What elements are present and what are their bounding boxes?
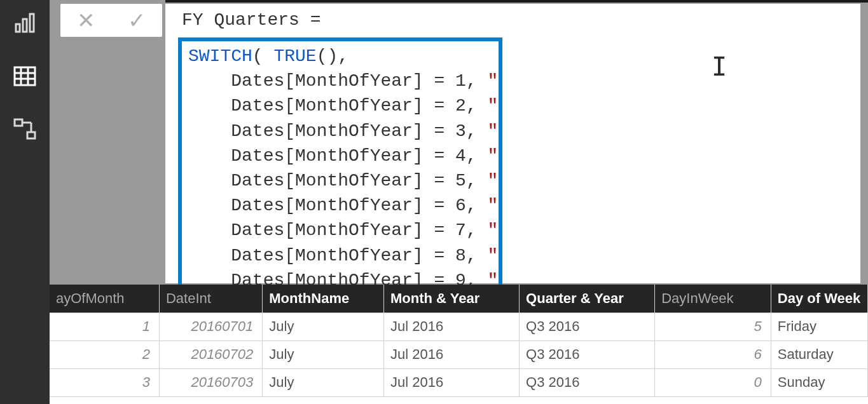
text-caret-icon: I xyxy=(712,52,727,81)
code-line: Dates[MonthOfYear] = 7, "Q1", xyxy=(188,218,492,243)
table-row[interactable]: 1 20160701 July Jul 2016 Q3 2016 5 Frida… xyxy=(50,313,868,340)
code-line: Dates[MonthOfYear] = 2, "Q3", xyxy=(188,93,492,118)
cell[interactable]: 0 xyxy=(655,368,771,396)
cell[interactable]: Friday xyxy=(771,313,867,340)
code-line: Dates[MonthOfYear] = 1, "Q3", xyxy=(188,69,492,93)
cell[interactable]: 1 xyxy=(50,313,159,340)
cell[interactable]: Jul 2016 xyxy=(384,340,520,368)
col-header[interactable]: Day of Week xyxy=(771,285,867,313)
svg-rect-9 xyxy=(27,132,35,138)
data-table[interactable]: ayOfMonth DateInt MonthName Month & Year… xyxy=(50,285,868,404)
accept-button[interactable]: ✓ xyxy=(128,10,146,31)
code-switch-line: SWITCH( TRUE(), xyxy=(188,44,492,69)
cell[interactable]: Jul 2016 xyxy=(384,313,520,340)
table-row[interactable]: 3 20160703 July Jul 2016 Q3 2016 0 Sunda… xyxy=(50,368,868,396)
cell[interactable]: 20160702 xyxy=(159,340,262,368)
cell[interactable]: July xyxy=(263,340,384,368)
formula-first-line: FY Quarters = xyxy=(178,10,848,37)
table-header: ayOfMonth DateInt MonthName Month & Year… xyxy=(50,285,868,313)
formula-editor[interactable]: FY Quarters = SWITCH( TRUE(), Dates[Mont… xyxy=(165,4,860,283)
table-row[interactable]: 2 20160702 July Jul 2016 Q3 2016 6 Satur… xyxy=(50,340,868,368)
col-header[interactable]: ayOfMonth xyxy=(50,285,159,313)
col-header[interactable]: DateInt xyxy=(159,285,262,313)
svg-rect-0 xyxy=(16,24,20,32)
col-header[interactable]: DayInWeek xyxy=(655,285,771,313)
cell[interactable]: July xyxy=(263,368,384,396)
svg-rect-3 xyxy=(15,67,35,85)
data-view-icon[interactable] xyxy=(10,61,40,91)
cell[interactable]: 6 xyxy=(655,340,771,368)
code-line: Dates[MonthOfYear] = 8, "Q1", xyxy=(188,243,492,268)
cell[interactable]: Q3 2016 xyxy=(520,368,655,396)
cell[interactable]: Saturday xyxy=(771,340,867,368)
formula-highlight-box: SWITCH( TRUE(), Dates[MonthOfYear] = 1, … xyxy=(178,37,502,299)
report-view-icon[interactable] xyxy=(10,8,40,38)
cell[interactable]: 2 xyxy=(50,340,159,368)
cell[interactable]: 20160701 xyxy=(159,313,262,340)
col-header[interactable]: Quarter & Year xyxy=(520,285,655,313)
svg-rect-8 xyxy=(15,119,22,126)
formula-commit-toolbar: ✕ ✓ xyxy=(60,4,162,37)
cell[interactable]: 20160703 xyxy=(159,368,262,396)
gutter xyxy=(50,0,165,285)
cell[interactable]: 3 xyxy=(50,368,159,396)
col-header[interactable]: Month & Year xyxy=(384,285,520,313)
code-line: Dates[MonthOfYear] = 5, "Q4", xyxy=(188,168,492,193)
code-line: Dates[MonthOfYear] = 3, "Q3", xyxy=(188,119,492,144)
cell[interactable]: Sunday xyxy=(771,368,867,396)
cell[interactable]: Q3 2016 xyxy=(520,313,655,340)
code-line: Dates[MonthOfYear] = 6, "Q4", xyxy=(188,193,492,218)
svg-rect-1 xyxy=(23,19,27,32)
cell[interactable]: Jul 2016 xyxy=(384,368,520,396)
cell[interactable]: Q3 2016 xyxy=(520,340,655,368)
svg-rect-2 xyxy=(30,14,34,32)
code-line: Dates[MonthOfYear] = 4, "Q4", xyxy=(188,144,492,168)
model-view-icon[interactable] xyxy=(10,114,40,145)
cell[interactable]: July xyxy=(263,313,384,340)
view-rail xyxy=(0,0,50,404)
cell[interactable]: 5 xyxy=(655,313,771,340)
cancel-button[interactable]: ✕ xyxy=(77,10,95,31)
col-header[interactable]: MonthName xyxy=(263,285,384,313)
